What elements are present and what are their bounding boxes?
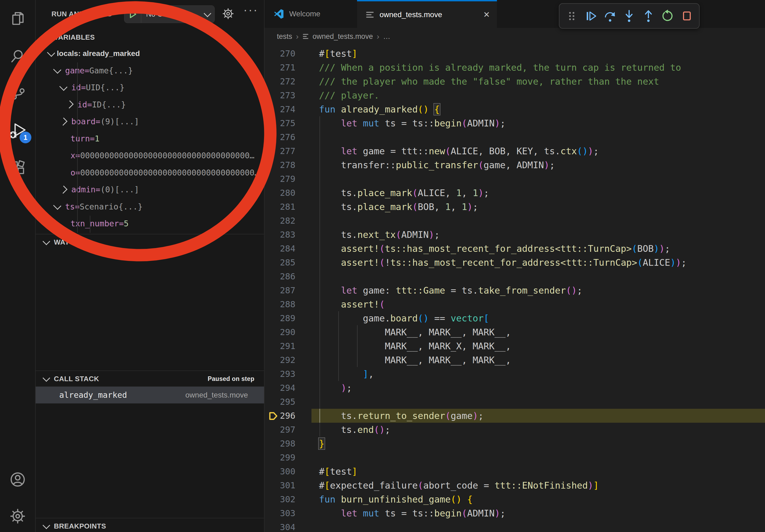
source-control-icon[interactable]: [0, 78, 35, 108]
line-number[interactable]: 275: [265, 118, 296, 128]
line-number[interactable]: 276: [265, 132, 296, 142]
launch-configuration-dropdown[interactable]: No Configur: [124, 5, 215, 23]
line-number[interactable]: 280: [265, 188, 296, 198]
variables-tree: locals: already_markedgame = Game{...}id…: [36, 45, 264, 232]
line-number[interactable]: 292: [265, 355, 296, 365]
code-text: ],: [319, 369, 374, 379]
variable-row[interactable]: board = (9)[...]: [36, 113, 264, 130]
line-number[interactable]: 303: [265, 508, 296, 518]
line-number[interactable]: 279: [265, 174, 296, 184]
code-text: ts.next_tx(ADMIN);: [319, 229, 439, 240]
continue-button-icon[interactable]: [584, 9, 598, 23]
drag-handle-icon[interactable]: [565, 9, 579, 23]
variable-row[interactable]: id = UID{...}: [36, 79, 264, 96]
line-number[interactable]: 302: [265, 494, 296, 504]
breadcrumb: tests › owned_tests.move › …: [265, 28, 765, 45]
breakpoints-section-header[interactable]: BREAKPOINTS: [36, 518, 264, 532]
line-number[interactable]: 289: [265, 313, 296, 323]
line-number[interactable]: 297: [265, 424, 296, 435]
variable-row[interactable]: id = ID{...}: [36, 96, 264, 113]
variable-row[interactable]: x = 00000000000000000000000000000000000…: [36, 147, 264, 164]
variable-row[interactable]: locals: already_marked: [36, 45, 264, 62]
debug-toolbar: [559, 3, 700, 29]
line-number[interactable]: 294: [265, 383, 296, 393]
line-number[interactable]: 293: [265, 369, 296, 379]
code-line: 302fun burn_unfinished_game() {: [265, 492, 765, 506]
settings-gear-icon[interactable]: [0, 501, 35, 531]
line-number[interactable]: 299: [265, 452, 296, 463]
line-number[interactable]: 273: [265, 90, 296, 101]
line-number[interactable]: 281: [265, 202, 296, 212]
chevron-right-icon: [65, 101, 73, 109]
variable-row[interactable]: txn_number = 5: [36, 215, 264, 232]
call-stack-frame-row[interactable]: already_marked owned_tests.move: [36, 387, 264, 403]
code-text: let game = ttt::new(ALICE, BOB, KEY, ts.…: [319, 146, 599, 156]
breadcrumb-file[interactable]: owned_tests.move: [313, 32, 373, 41]
line-number[interactable]: 298: [265, 438, 296, 449]
more-actions-icon[interactable]: ···: [243, 3, 259, 17]
line-number[interactable]: 272: [265, 76, 296, 87]
line-number[interactable]: 295: [265, 397, 296, 407]
line-number[interactable]: 287: [265, 285, 296, 296]
variable-row[interactable]: game = Game{...}: [36, 62, 264, 79]
line-number[interactable]: 271: [265, 62, 296, 73]
line-number[interactable]: 288: [265, 299, 296, 309]
explorer-icon[interactable]: [0, 4, 35, 33]
line-number[interactable]: 291: [265, 341, 296, 351]
configure-gear-icon[interactable]: [222, 8, 234, 20]
line-number[interactable]: 304: [265, 522, 296, 532]
tab-welcome[interactable]: Welcome: [265, 0, 357, 28]
code-line: 291 MARK__, MARK_X, MARK__,: [265, 339, 765, 353]
line-number[interactable]: 282: [265, 216, 296, 226]
variables-section-header[interactable]: VARIABLES: [36, 30, 264, 45]
code-text: transfer::public_transfer(game, ADMIN);: [319, 160, 555, 170]
line-number[interactable]: 278: [265, 160, 296, 170]
search-icon[interactable]: [0, 41, 35, 71]
variable-row[interactable]: ts = Scenario{...}: [36, 198, 264, 215]
code-line: 286: [265, 269, 765, 283]
call-stack-section-header[interactable]: CALL STACK Paused on step: [36, 371, 264, 387]
tab-owned-tests-move[interactable]: owned_tests.move ✕: [357, 0, 497, 28]
variable-value: 1: [95, 134, 99, 143]
account-icon[interactable]: [0, 465, 35, 494]
variable-row[interactable]: o = 000000000000000000000000000000000000…: [36, 164, 264, 181]
close-icon[interactable]: ✕: [483, 10, 490, 19]
extensions-icon[interactable]: [0, 153, 35, 182]
code-text: /// When a position is already marked, t…: [319, 62, 681, 73]
stop-button-icon[interactable]: [680, 9, 694, 23]
restart-button-icon[interactable]: [661, 9, 675, 23]
chevron-down-icon: [43, 374, 50, 382]
step-over-button-icon[interactable]: [603, 9, 617, 23]
code-text: assert!(ts::has_most_recent_for_address<…: [319, 243, 670, 254]
step-out-button-icon[interactable]: [641, 9, 655, 23]
panel-title: RUN AND DEBUG: [51, 0, 112, 28]
line-number[interactable]: 286: [265, 271, 296, 282]
chevron-down-icon: [47, 49, 55, 57]
variable-row[interactable]: admin = (0)[...]: [36, 181, 264, 198]
line-number[interactable]: 270: [265, 49, 296, 59]
tab-label: Welcome: [289, 10, 320, 18]
line-number[interactable]: 285: [265, 257, 296, 268]
line-number[interactable]: 274: [265, 104, 296, 115]
code-line: 298}: [265, 437, 765, 450]
chevron-down-icon: [59, 83, 67, 91]
chevron-right-icon: [59, 118, 67, 126]
line-number[interactable]: 283: [265, 230, 296, 240]
watch-section-header[interactable]: WATCH: [36, 234, 264, 250]
line-number[interactable]: 290: [265, 327, 296, 337]
line-number[interactable]: 277: [265, 146, 296, 156]
step-into-button-icon[interactable]: [622, 9, 636, 23]
code-line: 283 ts.next_tx(ADMIN);: [265, 228, 765, 242]
line-number[interactable]: 284: [265, 243, 296, 254]
breadcrumb-folder[interactable]: tests: [277, 32, 292, 41]
line-number[interactable]: 301: [265, 480, 296, 490]
start-debugging-icon[interactable]: [124, 6, 141, 23]
vscode-window: 1 RUN AND DEBUG: [0, 0, 765, 532]
line-number[interactable]: 300: [265, 466, 296, 476]
run-and-debug-icon[interactable]: 1: [0, 116, 35, 145]
code-editor[interactable]: 270#[test]271/// When a position is alre…: [265, 45, 765, 532]
variable-row[interactable]: turn = 1: [36, 130, 264, 147]
breadcrumb-symbol[interactable]: …: [383, 32, 390, 41]
configuration-label: No Configur: [141, 10, 203, 19]
code-line: 285 assert!(!ts::has_most_recent_for_add…: [265, 256, 765, 269]
